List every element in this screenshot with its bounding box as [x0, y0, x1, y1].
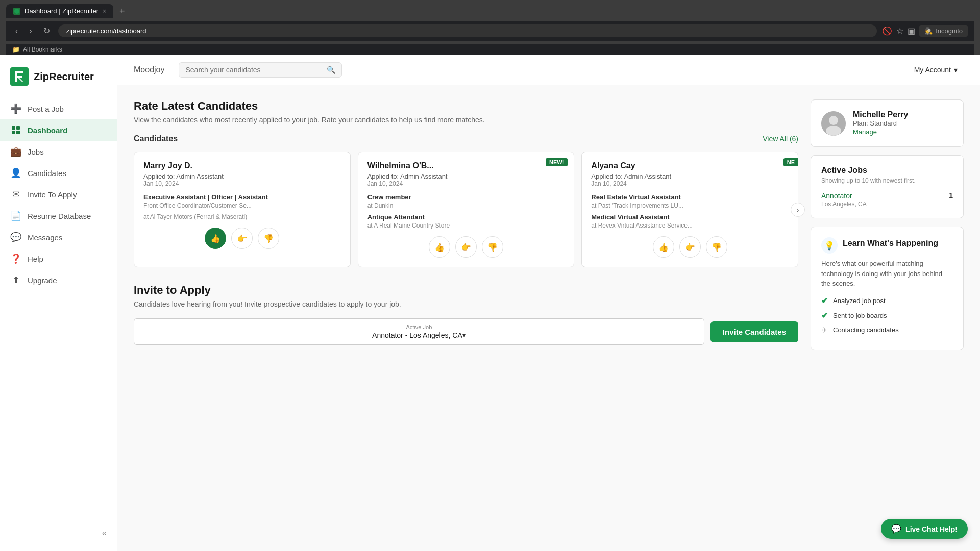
content-area: Rate Latest Candidates View the candidat…: [117, 85, 980, 373]
rate-candidates-section: Rate Latest Candidates View the candidat…: [134, 99, 798, 267]
rating-buttons-1: 👍 👉 👎: [143, 228, 341, 249]
content-left: Rate Latest Candidates View the candidat…: [134, 99, 798, 359]
thumbs-up-btn-1[interactable]: 👍: [205, 228, 226, 249]
eye-slash-icon: 🚫: [882, 26, 892, 36]
sidebar-item-candidates[interactable]: 👤 Candidates: [0, 162, 117, 184]
new-badge-2: NEW!: [546, 158, 568, 166]
card-next-arrow[interactable]: ›: [791, 203, 805, 217]
candidate-name-1: Marry Joy D.: [143, 161, 341, 170]
live-chat-btn[interactable]: 💬 Live Chat Help!: [881, 519, 968, 539]
sidebar-label-jobs: Jobs: [28, 147, 44, 156]
upgrade-icon: ⬆: [10, 274, 21, 286]
forward-btn[interactable]: ›: [26, 24, 35, 38]
job-company-2a: at Dunkin: [368, 202, 565, 209]
thumbs-sideways-btn-1[interactable]: 👉: [231, 228, 253, 249]
job-company-3b: at Revex Virtual Assistance Service...: [591, 222, 789, 229]
sidebar-label-resume: Resume Database: [28, 212, 91, 220]
rate-candidates-subtitle: View the candidates who most recently ap…: [134, 116, 798, 124]
company-name: Moodjoy: [134, 65, 164, 74]
job-link-annotator[interactable]: Annotator: [821, 192, 852, 200]
active-job-label: Active Job: [406, 324, 432, 330]
my-account-btn[interactable]: My Account ▾: [908, 63, 964, 77]
thumbs-sideways-btn-2[interactable]: 👉: [455, 236, 477, 258]
rating-buttons-2: 👍 👉 👎: [368, 236, 565, 258]
sidebar-label-upgrade: Upgrade: [28, 276, 57, 285]
sidebar-label-help: Help: [28, 255, 43, 263]
sidebar-item-jobs[interactable]: 💼 Jobs: [0, 141, 117, 162]
active-job-value: Annotator - Los Angeles, CA: [372, 331, 462, 339]
svg-rect-6: [12, 131, 15, 134]
address-bar[interactable]: [58, 24, 877, 37]
star-icon[interactable]: ☆: [896, 26, 903, 36]
thumbs-sideways-btn-3[interactable]: 👉: [679, 236, 701, 258]
learn-item-label-2: Sent to job boards: [833, 312, 887, 319]
job-location-annotator: Los Angeles, CA: [821, 201, 867, 208]
thumbs-down-btn-3[interactable]: 👎: [706, 236, 727, 258]
browser-actions: 🚫 ☆ ▣ 🕵 Incognito: [882, 25, 968, 37]
live-chat-label: Live Chat Help!: [905, 525, 958, 533]
job-title-2: Crew member: [368, 193, 565, 201]
learn-item-label-1: Analyzed job post: [833, 297, 886, 305]
check-icon-1: ✔: [821, 296, 828, 306]
job-company-2b: at A Real Maine Country Store: [368, 222, 565, 229]
invite-candidates-btn[interactable]: Invite Candidates: [710, 321, 798, 342]
sidebar-label-post-job: Post a Job: [28, 105, 64, 113]
invite-to-apply-subtitle: Candidates love hearing from you! Invite…: [134, 300, 798, 308]
thumbs-down-btn-2[interactable]: 👎: [482, 236, 503, 258]
send-icon: ✈: [821, 325, 828, 335]
sidebar-collapse-btn[interactable]: «: [0, 523, 117, 543]
learn-desc: Here's what our powerful matching techno…: [821, 259, 953, 289]
learn-item-contacting: ✈ Contacting candidates: [821, 325, 953, 335]
search-bar: 🔍: [179, 62, 342, 78]
thumbs-up-btn-3[interactable]: 👍: [653, 236, 674, 258]
view-all-link[interactable]: View All (6): [763, 135, 798, 143]
reload-btn[interactable]: ↻: [40, 24, 53, 38]
applied-to-1: Applied to: Admin Assistant: [143, 172, 341, 180]
sidebar-item-invite-to-apply[interactable]: ✉ Invite To Apply: [0, 184, 117, 205]
sidebar-item-messages[interactable]: 💬 Messages: [0, 227, 117, 248]
svg-rect-4: [12, 126, 15, 130]
content-right: Michelle Perry Plan: Standard Manage Act…: [811, 99, 964, 359]
thumbs-down-btn-1[interactable]: 👎: [258, 228, 279, 249]
help-icon: ❓: [10, 253, 21, 264]
split-screen-icon[interactable]: ▣: [908, 26, 915, 36]
search-input[interactable]: [185, 66, 323, 74]
job-title-3b: Medical Virtual Assistant: [591, 213, 789, 221]
active-tab[interactable]: Dashboard | ZipRecruiter ×: [6, 4, 113, 18]
learn-card: 💡 Learn What's Happening Here's what our…: [811, 227, 964, 350]
ziprecruiter-logo-icon: [10, 67, 29, 86]
active-jobs-card: Active Jobs Showing up to 10 with newest…: [811, 155, 964, 218]
sidebar-item-upgrade[interactable]: ⬆ Upgrade: [0, 269, 117, 291]
sidebar-item-post-job[interactable]: ➕ Post a Job: [0, 98, 117, 119]
candidate-card-2: NEW! Wilhelmina O'B... Applied to: Admin…: [358, 152, 575, 267]
learn-icon: 💡: [821, 237, 838, 254]
collapse-icon: «: [102, 529, 107, 538]
back-btn[interactable]: ‹: [12, 24, 21, 38]
browser-tabs: Dashboard | ZipRecruiter × +: [6, 4, 974, 18]
incognito-icon: 🕵: [924, 27, 933, 35]
bookmarks-bar: 📁 All Bookmarks: [6, 44, 974, 55]
sidebar-item-help[interactable]: ❓ Help: [0, 248, 117, 269]
rating-buttons-3: 👍 👉 👎: [591, 236, 789, 258]
browser-chrome: Dashboard | ZipRecruiter × + ‹ › ↻ 🚫 ☆ ▣…: [0, 0, 980, 55]
new-tab-btn[interactable]: +: [115, 5, 129, 18]
job-company-1a: Front Office Coordinator/Customer Se...: [143, 202, 341, 209]
sidebar-item-dashboard[interactable]: Dashboard: [0, 119, 117, 141]
sidebar-item-resume-database[interactable]: 📄 Resume Database: [0, 205, 117, 227]
candidates-header: Candidates View All (6): [134, 134, 798, 143]
incognito-btn[interactable]: 🕵 Incognito: [919, 25, 968, 37]
manage-link[interactable]: Manage: [853, 128, 877, 136]
thumbs-up-btn-2[interactable]: 👍: [429, 236, 450, 258]
my-account-label: My Account: [914, 66, 951, 74]
sidebar-label-invite: Invite To Apply: [28, 190, 77, 199]
tab-favicon: [13, 8, 20, 15]
chat-bubble-icon: 💬: [891, 524, 901, 534]
learn-item-analyzed: ✔ Analyzed job post: [821, 296, 953, 306]
active-job-select[interactable]: Active Job Annotator - Los Angeles, CA ▾: [134, 318, 704, 345]
tab-close-btn[interactable]: ×: [103, 8, 106, 15]
sidebar-label-messages: Messages: [28, 233, 62, 242]
chevron-down-icon: ▾: [954, 66, 958, 74]
applied-to-3: Applied to: Admin Assistant: [591, 172, 789, 180]
candidate-card-3: NE Alyana Cay Applied to: Admin Assistan…: [581, 152, 798, 267]
candidates-grid: Marry Joy D. Applied to: Admin Assistant…: [134, 152, 798, 267]
